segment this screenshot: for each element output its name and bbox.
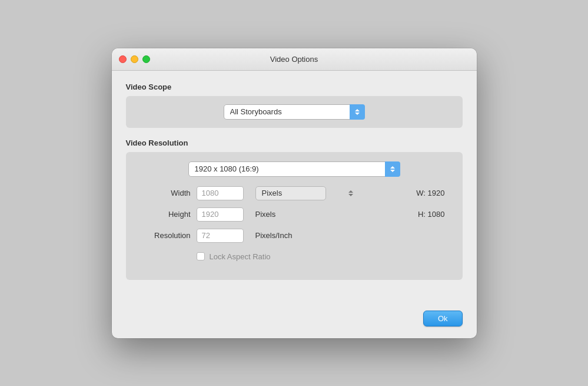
width-info: W: 1920 bbox=[356, 189, 451, 197]
resolution-preset-dropdown[interactable]: 1920 x 1080 (16:9) 1280 x 720 (16:9) 384… bbox=[188, 161, 400, 177]
pixels-unit-dropdown[interactable]: Pixels Inches Centimeters bbox=[255, 186, 326, 200]
resolution-input[interactable] bbox=[197, 229, 244, 243]
resolution-preset-row: 1920 x 1080 (16:9) 1280 x 720 (16:9) 384… bbox=[138, 161, 451, 177]
lock-aspect-ratio-checkbox[interactable] bbox=[197, 252, 205, 260]
lock-aspect-ratio-row: Lock Aspect Ratio bbox=[197, 252, 356, 261]
resolution-preset-wrapper: 1920 x 1080 (16:9) 1280 x 720 (16:9) 384… bbox=[188, 161, 400, 177]
close-button[interactable] bbox=[119, 55, 127, 63]
width-input[interactable] bbox=[197, 186, 244, 200]
window-title: Video Options bbox=[270, 55, 318, 64]
resolution-field-label: Resolution bbox=[138, 231, 197, 240]
titlebar: Video Options bbox=[112, 48, 477, 71]
traffic-lights bbox=[119, 55, 150, 63]
ok-button[interactable]: Ok bbox=[423, 311, 463, 326]
pixels-unit-arrow bbox=[348, 190, 353, 196]
maximize-button[interactable] bbox=[142, 55, 150, 63]
content-area: Video Scope All Storyboards Current Stor… bbox=[112, 71, 477, 305]
footer: Ok bbox=[112, 305, 477, 338]
scope-select-wrapper: All Storyboards Current Storyboard bbox=[224, 104, 365, 120]
video-scope-label: Video Scope bbox=[126, 83, 463, 91]
resolution-unit-text: Pixels/Inch bbox=[255, 231, 356, 240]
height-label: Height bbox=[138, 210, 197, 219]
lock-aspect-ratio-label: Lock Aspect Ratio bbox=[210, 252, 271, 261]
pixels-unit-wrapper: Pixels Inches Centimeters bbox=[255, 186, 356, 200]
height-input[interactable] bbox=[197, 207, 244, 222]
resolution-fields: Width Pixels Inches Centimeters W: 1920 … bbox=[138, 186, 451, 268]
height-unit-text: Pixels bbox=[255, 210, 356, 219]
video-options-window: Video Options Video Scope All Storyboard… bbox=[112, 48, 477, 338]
height-info: H: 1080 bbox=[356, 210, 451, 219]
video-resolution-section: 1920 x 1080 (16:9) 1280 x 720 (16:9) 384… bbox=[126, 152, 463, 280]
video-scope-section: All Storyboards Current Storyboard bbox=[126, 96, 463, 128]
scope-dropdown[interactable]: All Storyboards Current Storyboard bbox=[224, 104, 365, 120]
width-label: Width bbox=[138, 189, 197, 197]
video-resolution-label: Video Resolution bbox=[126, 138, 463, 147]
minimize-button[interactable] bbox=[131, 55, 138, 63]
